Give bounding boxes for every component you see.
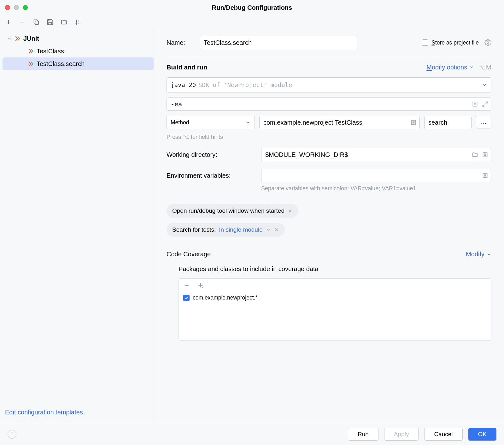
- coverage-list: com.example.newproject.*: [179, 278, 491, 341]
- test-kind-value: Method: [171, 119, 189, 126]
- main-panel: Name: SStore as project filetore as proj…: [154, 29, 504, 423]
- modify-options-shortcut: ⌥M: [478, 63, 491, 71]
- working-dir-input[interactable]: [261, 148, 491, 161]
- window-title: Run/Debug Configurations: [0, 4, 504, 11]
- bottom-bar: ? Run Apply Cancel OK: [0, 423, 504, 445]
- expand-diagonal-icon[interactable]: [482, 101, 488, 107]
- tree-node-label: JUnit: [23, 35, 39, 42]
- store-project-checkbox[interactable]: [422, 39, 428, 46]
- ok-button[interactable]: OK: [468, 428, 496, 441]
- run-button[interactable]: Run: [348, 428, 378, 441]
- add-icon[interactable]: [5, 19, 12, 26]
- junit-icon: [15, 35, 21, 42]
- sort-icon[interactable]: az: [74, 19, 81, 26]
- env-vars-label: Environment variables:: [167, 172, 261, 179]
- svg-text:a: a: [78, 19, 79, 22]
- coverage-item-label: com.example.newproject.*: [193, 294, 257, 301]
- chevron-down-icon: [7, 36, 12, 41]
- sdk-value: java 20: [171, 81, 196, 88]
- coverage-item-checkbox[interactable]: [183, 295, 190, 301]
- sdk-select[interactable]: java 20 SDK of 'NewProject' module: [167, 77, 491, 92]
- list-icon[interactable]: [410, 119, 417, 126]
- chevron-down-icon[interactable]: [266, 227, 271, 232]
- config-toolbar: az: [0, 15, 504, 29]
- apply-button[interactable]: Apply: [384, 428, 419, 441]
- browse-method-button[interactable]: …: [476, 116, 491, 128]
- save-icon[interactable]: [47, 19, 54, 26]
- class-input[interactable]: [259, 116, 420, 129]
- copy-icon[interactable]: [33, 19, 40, 26]
- name-input[interactable]: [200, 36, 357, 49]
- env-vars-hint: Separate variables with semicolon: VAR=v…: [261, 185, 491, 192]
- list-icon[interactable]: [482, 151, 488, 158]
- chip-label: Open run/debug tool window when started: [172, 207, 284, 214]
- cancel-button[interactable]: Cancel: [424, 428, 462, 441]
- close-icon[interactable]: [274, 227, 279, 232]
- chip-search-tests[interactable]: Search for tests: In single module: [167, 223, 285, 237]
- chevron-down-icon: [245, 120, 251, 125]
- working-dir-label: Working directory:: [167, 151, 261, 158]
- field-hint: Press ⌥ for field hints: [167, 134, 491, 140]
- svg-rect-3: [35, 21, 38, 24]
- titlebar: Run/Debug Configurations: [0, 0, 504, 15]
- sidebar: JUnit TestClass TestClass.search Edit co…: [0, 29, 154, 423]
- svg-text:z: z: [78, 22, 79, 25]
- tree-node-junit[interactable]: JUnit: [3, 32, 154, 45]
- edit-templates-link[interactable]: Edit configuration templates…: [5, 409, 89, 416]
- store-project-label: SStore as project filetore as project fi…: [431, 39, 479, 46]
- tree-node-label: TestClass: [37, 48, 64, 55]
- junit-icon: [28, 48, 34, 54]
- expand-list-icon[interactable]: [472, 101, 478, 107]
- chip-label: Search for tests:: [172, 226, 216, 233]
- close-icon[interactable]: [288, 208, 293, 213]
- vm-options-input[interactable]: [167, 98, 491, 111]
- chip-value: In single module: [219, 226, 262, 233]
- config-tree: JUnit TestClass TestClass.search: [0, 32, 154, 405]
- remove-icon[interactable]: [183, 282, 190, 289]
- tree-node-label: TestClass.search: [37, 60, 85, 68]
- build-run-section-title: Build and run: [167, 64, 207, 71]
- name-label: Name:: [167, 39, 185, 46]
- coverage-subtitle: Packages and classes to include in cover…: [167, 265, 491, 273]
- chip-open-tool-window[interactable]: Open run/debug tool window when started: [167, 204, 298, 218]
- svg-line-15: [483, 105, 485, 107]
- folder-icon[interactable]: [472, 151, 478, 158]
- gear-icon[interactable]: [484, 39, 491, 46]
- tree-node-testclass[interactable]: TestClass: [3, 45, 154, 57]
- remove-icon[interactable]: [19, 19, 26, 26]
- junit-icon: [28, 61, 34, 67]
- chevron-down-icon: [482, 82, 487, 88]
- coverage-title: Code Coverage: [167, 251, 211, 258]
- tree-node-testclass-search[interactable]: TestClass.search: [3, 57, 154, 70]
- modify-options-link[interactable]: Modify options: [426, 64, 474, 71]
- coverage-modify-link[interactable]: Modify: [466, 251, 491, 258]
- env-vars-input[interactable]: [261, 169, 491, 182]
- svg-point-9: [487, 42, 489, 44]
- coverage-item[interactable]: com.example.newproject.*: [179, 292, 491, 306]
- method-input[interactable]: [424, 116, 472, 129]
- svg-line-14: [486, 102, 488, 104]
- folder-add-icon[interactable]: [61, 19, 67, 26]
- help-icon[interactable]: ?: [8, 430, 16, 439]
- add-icon[interactable]: [197, 282, 204, 289]
- test-kind-select[interactable]: Method: [167, 116, 255, 129]
- sdk-hint: SDK of 'NewProject' module: [198, 81, 292, 88]
- list-icon[interactable]: [482, 172, 488, 179]
